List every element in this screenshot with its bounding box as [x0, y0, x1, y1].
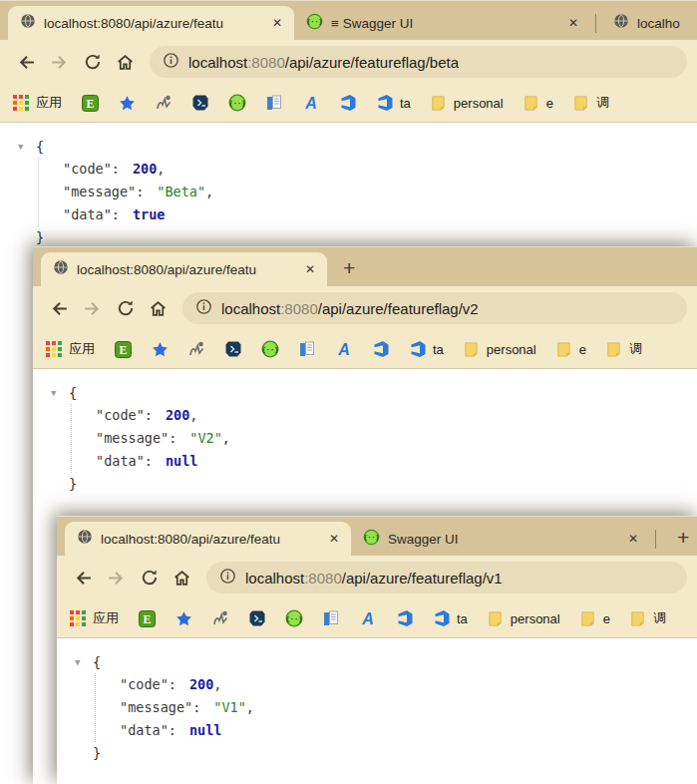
close-icon[interactable]: ✕: [564, 14, 582, 32]
tab-localhost-v1[interactable]: localhost:8080/api/azure/featu ✕: [65, 522, 351, 556]
svg-text:A: A: [304, 95, 317, 112]
tab-localhost-beta[interactable]: localhost:8080/api/azure/featu ✕: [8, 6, 294, 40]
back-button[interactable]: [67, 562, 100, 594]
bookmark-swagger[interactable]: {··}: [228, 94, 246, 112]
bookmark-devops[interactable]: [372, 340, 390, 358]
bookmark-folder-e[interactable]: e: [555, 340, 586, 358]
bookmark-folder-e[interactable]: e: [523, 94, 553, 112]
bookmark-folder-e[interactable]: e: [579, 609, 610, 627]
bookmark-label: e: [546, 96, 553, 111]
devops-icon: [396, 609, 414, 627]
bookmark-star[interactable]: [174, 609, 192, 627]
close-icon[interactable]: ✕: [325, 530, 343, 548]
bookmark-dev-bubble[interactable]: [248, 609, 266, 627]
collapse-arrow-icon[interactable]: ▼: [75, 651, 93, 673]
close-icon[interactable]: ✕: [624, 530, 642, 548]
bookmark-dev-bubble[interactable]: [191, 94, 209, 112]
home-button[interactable]: [109, 46, 142, 79]
address-bar[interactable]: localhost:8080/api/azure/featureflag/bet…: [150, 46, 687, 78]
close-icon[interactable]: ✕: [268, 14, 286, 32]
tab-localhost-truncated[interactable]: localho: [601, 6, 697, 40]
bookmark-star[interactable]: [151, 340, 169, 358]
info-icon[interactable]: [162, 51, 180, 74]
address-bar[interactable]: localhost:8080/api/azure/featureflag/v1: [206, 562, 687, 593]
json-body: "code":200, "message":"Beta", "data":tru…: [38, 158, 697, 226]
bookmark-label: personal: [487, 342, 536, 357]
collapse-arrow-icon[interactable]: ▼: [18, 136, 36, 158]
bookmark-folder-tiao[interactable]: 调: [572, 94, 609, 112]
bookmark-apps[interactable]: 应用: [69, 609, 119, 627]
reload-button[interactable]: [76, 46, 109, 79]
bookmark-evernote[interactable]: E: [114, 340, 132, 358]
address-bar[interactable]: localhost:8080/api/azure/featureflag/v2: [182, 292, 687, 324]
info-icon[interactable]: [218, 567, 237, 589]
bookmark-folder-tiao[interactable]: 调: [605, 340, 642, 358]
bookmark-sketch[interactable]: [187, 340, 205, 358]
bookmark-evernote[interactable]: E: [81, 94, 99, 112]
home-button[interactable]: [166, 562, 198, 594]
bookmark-docs[interactable]: [322, 609, 340, 627]
folder-icon: [430, 94, 448, 112]
bookmark-azure[interactable]: A: [302, 94, 320, 112]
bookmark-devops-ta[interactable]: ta: [376, 94, 411, 112]
bookmark-azure[interactable]: A: [335, 340, 353, 358]
reload-button[interactable]: [133, 562, 166, 594]
bookmark-label: 调: [629, 340, 642, 358]
tab-strip: localhost:8080/api/azure/featu ✕ +: [33, 246, 697, 286]
devops-icon: [372, 340, 390, 358]
forward-button[interactable]: [100, 562, 133, 594]
bookmark-swagger[interactable]: {··}: [285, 609, 303, 627]
bookmark-apps[interactable]: 应用: [12, 94, 62, 112]
tab-localhost-v2[interactable]: localhost:8080/api/azure/featu ✕: [41, 252, 327, 286]
reload-button[interactable]: [109, 292, 142, 325]
swagger-icon: {··}: [306, 13, 323, 34]
url-text: localhost:8080/api/azure/featureflag/v1: [245, 570, 503, 587]
tab-strip: localhost:8080/api/azure/featu ✕ {··} Sw…: [57, 516, 697, 556]
toolbar: localhost:8080/api/azure/featureflag/bet…: [0, 40, 697, 84]
bookmark-devops[interactable]: [339, 94, 357, 112]
bookmark-folder-personal[interactable]: personal: [487, 609, 560, 627]
home-button[interactable]: [142, 292, 174, 325]
json-viewer: ▼{ "code":200, "message":"V2", "data":nu…: [33, 369, 697, 495]
tab-swagger-ui[interactable]: {··} Swagger UI ✕: [351, 522, 650, 556]
bubble-icon: [248, 609, 266, 627]
forward-button[interactable]: [76, 292, 109, 325]
close-icon[interactable]: ✕: [301, 260, 319, 278]
new-tab-button[interactable]: +: [677, 527, 689, 548]
forward-button[interactable]: [43, 46, 76, 79]
apps-icon: [12, 94, 30, 112]
json-line-code: "code":200,: [120, 673, 697, 696]
bookmark-apps[interactable]: 应用: [45, 340, 95, 358]
bookmark-devops-ta[interactable]: ta: [409, 340, 444, 358]
tab-swagger-ui[interactable]: {··} ≡ Swagger UI ✕: [294, 6, 590, 40]
bookmark-swagger[interactable]: {··}: [261, 340, 279, 358]
bookmarks-bar: 应用E{··}Atapersonale调: [33, 330, 697, 369]
bookmark-devops[interactable]: [396, 609, 414, 627]
bookmark-star[interactable]: [118, 94, 136, 112]
bookmark-folder-personal[interactable]: personal: [463, 340, 536, 358]
json-line-code: "code":200,: [96, 404, 697, 427]
tab-title: localhost:8080/api/azure/featu: [101, 532, 319, 547]
bookmark-devops-ta[interactable]: ta: [433, 609, 468, 627]
back-button[interactable]: [10, 46, 43, 79]
bookmark-sketch[interactable]: [211, 609, 229, 627]
bookmark-azure[interactable]: A: [359, 609, 377, 627]
bookmark-folder-personal[interactable]: personal: [430, 94, 504, 112]
swagger-icon: {··}: [285, 609, 303, 627]
bookmark-docs[interactable]: [298, 340, 316, 358]
folder-icon: [579, 609, 597, 627]
bookmark-evernote[interactable]: E: [138, 609, 156, 627]
bookmark-sketch[interactable]: [155, 94, 173, 112]
collapse-arrow-icon[interactable]: ▼: [51, 382, 69, 404]
sketch-icon: [187, 340, 205, 358]
bookmark-folder-tiao[interactable]: 调: [629, 609, 666, 627]
svg-text:E: E: [86, 97, 94, 111]
info-icon[interactable]: [194, 297, 213, 320]
bookmark-docs[interactable]: [265, 94, 283, 112]
json-line-data: "data":null: [96, 450, 697, 473]
bookmark-dev-bubble[interactable]: [224, 340, 242, 358]
url-text: localhost:8080/api/azure/featureflag/v2: [221, 300, 479, 317]
new-tab-button[interactable]: +: [343, 257, 355, 278]
json-viewer: ▼{ "code":200, "message":"V1", "data":nu…: [57, 638, 697, 764]
back-button[interactable]: [43, 292, 76, 325]
